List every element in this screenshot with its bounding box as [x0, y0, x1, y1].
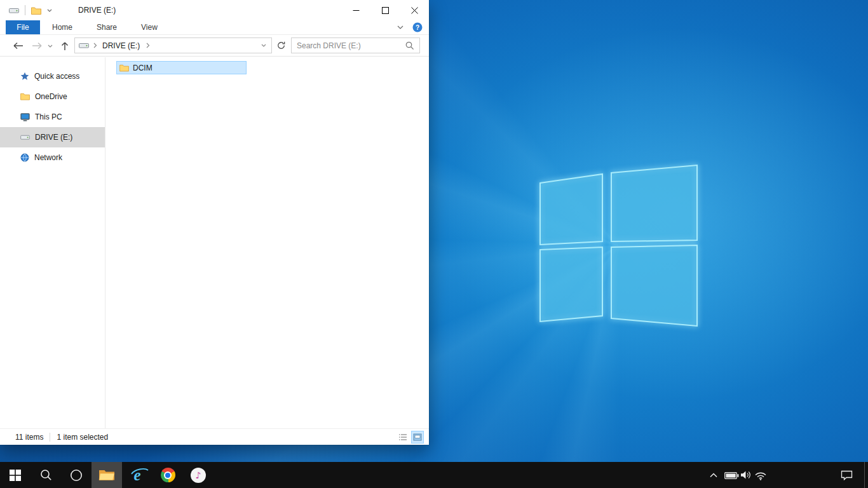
drive-icon [20, 134, 30, 140]
speaker-icon [740, 470, 752, 480]
navigation-pane: Quick access OneDrive This PC [0, 57, 105, 428]
large-icons-view-icon [413, 433, 422, 441]
refresh-button[interactable] [274, 37, 288, 53]
taskbar: e ♪ [0, 462, 868, 488]
breadcrumb-root[interactable]: DRIVE (E:) [102, 41, 140, 50]
search-input[interactable] [292, 41, 405, 50]
taskbar-chrome-button[interactable] [153, 462, 183, 488]
cortana-icon [70, 469, 83, 482]
battery-icon [724, 471, 739, 480]
taskbar-internet-explorer-button[interactable]: e [122, 462, 153, 488]
sidebar-item-label: Quick access [34, 72, 79, 81]
file-list-pane[interactable]: DCIM [105, 57, 429, 428]
itunes-icon: ♪ [191, 468, 206, 483]
sidebar-item-label: Network [34, 153, 62, 162]
up-arrow-icon [61, 41, 69, 51]
tab-view[interactable]: View [129, 20, 170, 34]
status-selection: 1 item selected [57, 433, 108, 442]
taskbar-search-button[interactable] [31, 462, 61, 488]
sidebar-item-network[interactable]: Network [0, 147, 105, 168]
tab-file[interactable]: File [6, 20, 40, 34]
ribbon-tab-strip: File Home Share View ? [0, 20, 429, 35]
taskbar-buttons: e ♪ [0, 462, 214, 488]
explorer-main: Quick access OneDrive This PC [0, 57, 429, 428]
sidebar-item-drive-e[interactable]: DRIVE (E:) [0, 127, 105, 147]
monitor-icon [20, 113, 30, 121]
address-bar[interactable]: DRIVE (E:) [74, 37, 272, 53]
minimize-icon [353, 7, 360, 14]
cortana-button[interactable] [61, 462, 92, 488]
window-title: DRIVE (E:) [78, 0, 116, 20]
action-center-button[interactable] [834, 462, 859, 488]
status-separator [50, 433, 50, 442]
window-drive-icon [9, 7, 19, 14]
large-icons-view-button[interactable] [411, 431, 424, 444]
ribbon-right-controls: ? [397, 20, 423, 34]
forward-button[interactable] [29, 35, 44, 57]
search-icon [40, 469, 52, 481]
back-button[interactable] [10, 35, 25, 57]
file-item-dcim[interactable]: DCIM [116, 61, 247, 74]
details-view-icon [398, 433, 407, 441]
taskbar-file-explorer-button[interactable] [92, 462, 122, 488]
ie-orbit [131, 468, 149, 475]
breadcrumb-chevron-icon[interactable] [146, 43, 150, 48]
help-icon[interactable]: ? [412, 22, 423, 32]
chevron-down-icon [48, 44, 53, 48]
address-history-button[interactable] [261, 44, 266, 47]
status-item-count: 11 items [15, 433, 43, 442]
action-center-icon [841, 470, 853, 480]
search-box [291, 37, 420, 53]
qat-customize-chevron-icon[interactable] [47, 9, 52, 12]
sidebar-item-label: DRIVE (E:) [35, 133, 72, 142]
show-hidden-icons-button[interactable] [705, 462, 722, 488]
qat-folder-icon[interactable] [31, 6, 41, 15]
sidebar-item-label: This PC [35, 112, 62, 121]
back-arrow-icon [13, 42, 24, 50]
minimize-button[interactable] [341, 0, 370, 20]
chevron-up-icon [709, 472, 718, 478]
sidebar-item-quick-access[interactable]: Quick access [0, 66, 105, 86]
wifi-icon [754, 470, 767, 480]
show-desktop-button[interactable] [864, 462, 868, 488]
folder-icon [20, 93, 30, 100]
status-bar: 11 items 1 item selected [0, 428, 429, 445]
chevron-down-icon [261, 44, 266, 47]
navigation-toolbar: DRIVE (E:) [0, 35, 429, 57]
close-button[interactable] [400, 0, 429, 20]
forward-arrow-icon [32, 42, 43, 50]
start-button[interactable] [0, 462, 31, 488]
star-icon [20, 72, 29, 81]
file-explorer-icon [98, 468, 115, 482]
network-icon [20, 153, 29, 162]
svg-text:?: ? [416, 24, 419, 31]
caption-buttons [341, 0, 429, 20]
file-explorer-window: DRIVE (E:) File Home Share View [0, 0, 429, 445]
tab-home[interactable]: Home [40, 20, 85, 34]
quick-access-toolbar [9, 0, 52, 20]
recent-locations-button[interactable] [46, 35, 55, 57]
file-item-label: DCIM [133, 64, 153, 72]
titlebar[interactable]: DRIVE (E:) [0, 0, 429, 20]
sidebar-item-onedrive[interactable]: OneDrive [0, 86, 105, 107]
sidebar-item-this-pc[interactable]: This PC [0, 107, 105, 127]
windows-start-icon [10, 470, 21, 481]
folder-icon [119, 64, 129, 72]
refresh-icon [277, 41, 285, 50]
qat-separator [25, 5, 25, 15]
taskbar-itunes-button[interactable]: ♪ [183, 462, 214, 488]
up-button[interactable] [57, 35, 72, 57]
breadcrumb-chevron-icon[interactable] [93, 43, 97, 48]
chrome-icon [161, 468, 175, 482]
sidebar-item-label: OneDrive [35, 92, 67, 101]
view-switcher [397, 431, 424, 444]
maximize-icon [382, 7, 389, 14]
network-status-button[interactable] [752, 462, 769, 488]
close-icon [411, 7, 418, 14]
tab-share[interactable]: Share [85, 20, 129, 34]
search-icon[interactable] [405, 41, 414, 50]
maximize-button[interactable] [370, 0, 400, 20]
details-view-button[interactable] [397, 431, 409, 444]
expand-ribbon-chevron-icon[interactable] [397, 25, 403, 29]
breadcrumb-drive-icon [79, 42, 89, 49]
